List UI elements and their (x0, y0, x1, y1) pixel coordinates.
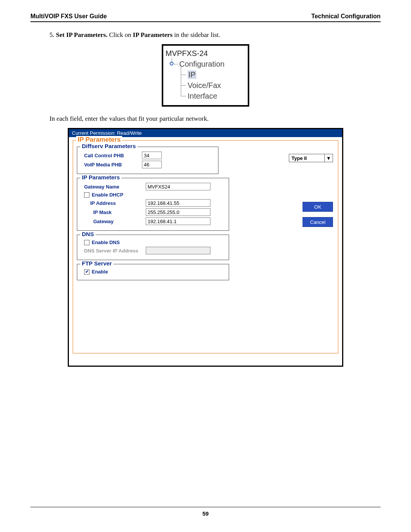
header-right: Technical Configuration (311, 13, 381, 20)
tree-item-voicefax: Voice/Fax (181, 80, 245, 91)
dns-server-input (146, 247, 210, 254)
gateway-input[interactable] (146, 217, 210, 225)
header-left: MultiVOIP FXS User Guide (30, 13, 107, 20)
gateway-name-input[interactable] (146, 183, 210, 190)
enable-dns-label: Enable DNS (92, 240, 120, 245)
ftp-enable-label: Enable (92, 269, 108, 275)
enable-dns-checkbox[interactable] (84, 240, 89, 245)
ip-address-label: IP Address (81, 200, 146, 206)
step-title: Set IP Parameters. (56, 31, 107, 38)
page-footer: 59 (30, 507, 381, 517)
step-bold2: IP Parameters (133, 31, 172, 38)
page-header: MultiVOIP FXS User Guide Technical Confi… (30, 13, 381, 22)
tree-node-configuration: Configuration (166, 59, 245, 69)
tree-children: IP Voice/Fax Interface (181, 69, 245, 101)
dns-server-label: DNS Server IP Address (81, 248, 146, 254)
ip-parameters-fieldset: IP Parameters Diffserv Parameters Call C… (73, 140, 338, 353)
ftp-legend: FTP Server (80, 260, 113, 267)
step-rest2: in the sidebar list. (172, 31, 220, 38)
enable-dhcp-label: Enable DHCP (92, 192, 123, 198)
tree-root: MVPFXS-24 (166, 48, 245, 59)
tree-item-interface: Interface (181, 91, 245, 101)
ip-parameters-legend: IP Parameters (76, 136, 122, 144)
tree-connector (174, 64, 178, 64)
call-control-phb-input[interactable] (142, 152, 162, 159)
enable-dhcp-row: Enable DHCP (81, 192, 146, 198)
enable-dhcp-checkbox[interactable] (84, 192, 89, 198)
mid-instruction: In each field, enter the values that fit… (49, 115, 381, 123)
ip-parameters-panel: Current Permission: Read/Write Type II ▼… (68, 128, 343, 367)
voip-media-phb-label: VoIP Media PHB (81, 162, 142, 168)
gateway-name-label: Gateway Name (81, 184, 146, 190)
step-number: 5. (49, 31, 54, 38)
dns-legend: DNS (80, 231, 96, 237)
diffserv-fieldset: Diffserv Parameters Call Control PHB VoI… (77, 147, 218, 174)
expand-icon (170, 62, 174, 66)
page-number: 59 (202, 510, 209, 517)
ip-sub-legend: IP Parameters (80, 174, 121, 181)
ftp-enable-row: ✔ Enable (81, 269, 142, 275)
voip-media-phb-input[interactable] (142, 161, 162, 168)
ip-mask-input[interactable] (146, 208, 210, 216)
ip-mask-label: IP Mask (81, 209, 146, 215)
dns-fieldset: DNS Enable DNS DNS Server IP Address (77, 235, 229, 260)
diffserv-legend: Diffserv Parameters (80, 143, 137, 149)
ftp-enable-checkbox[interactable]: ✔ (84, 269, 89, 275)
ftp-fieldset: FTP Server ✔ Enable (77, 264, 229, 280)
ip-address-input[interactable] (146, 199, 210, 207)
step-rest1: Click on (107, 31, 133, 38)
gateway-label: Gateway (81, 219, 146, 224)
tree-item-ip: IP (181, 69, 245, 80)
call-control-phb-label: Call Control PHB (81, 153, 142, 158)
enable-dns-row: Enable DNS (81, 240, 142, 245)
ip-sub-fieldset: IP Parameters Gateway Name Enable DHCP I… (77, 178, 229, 231)
sidebar-tree-screenshot: MVPFXS-24 Configuration IP Voice/Fax Int… (162, 44, 249, 107)
step-instruction: 5. Set IP Parameters. Click on IP Parame… (49, 31, 381, 39)
